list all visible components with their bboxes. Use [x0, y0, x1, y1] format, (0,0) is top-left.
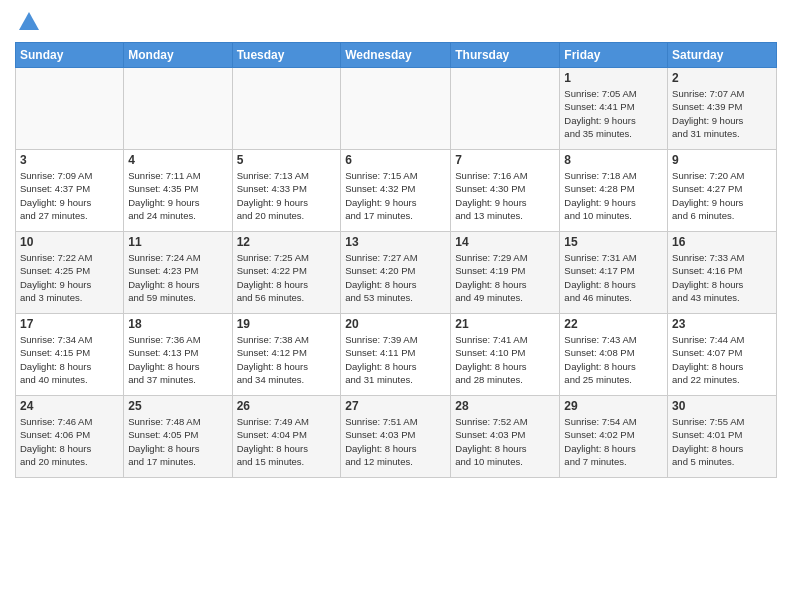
- calendar-day-21: 21Sunrise: 7:41 AM Sunset: 4:10 PM Dayli…: [451, 314, 560, 396]
- day-number: 6: [345, 153, 446, 167]
- day-number: 20: [345, 317, 446, 331]
- weekday-header-wednesday: Wednesday: [341, 43, 451, 68]
- svg-marker-0: [19, 12, 39, 30]
- day-number: 7: [455, 153, 555, 167]
- calendar-week-row: 1Sunrise: 7:05 AM Sunset: 4:41 PM Daylig…: [16, 68, 777, 150]
- day-info: Sunrise: 7:05 AM Sunset: 4:41 PM Dayligh…: [564, 87, 663, 140]
- day-number: 22: [564, 317, 663, 331]
- day-info: Sunrise: 7:20 AM Sunset: 4:27 PM Dayligh…: [672, 169, 772, 222]
- day-info: Sunrise: 7:46 AM Sunset: 4:06 PM Dayligh…: [20, 415, 119, 468]
- calendar-day-2: 2Sunrise: 7:07 AM Sunset: 4:39 PM Daylig…: [668, 68, 777, 150]
- day-number: 15: [564, 235, 663, 249]
- day-info: Sunrise: 7:48 AM Sunset: 4:05 PM Dayligh…: [128, 415, 227, 468]
- day-number: 3: [20, 153, 119, 167]
- calendar-day-24: 24Sunrise: 7:46 AM Sunset: 4:06 PM Dayli…: [16, 396, 124, 478]
- calendar-day-22: 22Sunrise: 7:43 AM Sunset: 4:08 PM Dayli…: [560, 314, 668, 396]
- calendar-week-row: 24Sunrise: 7:46 AM Sunset: 4:06 PM Dayli…: [16, 396, 777, 478]
- weekday-header-sunday: Sunday: [16, 43, 124, 68]
- calendar-week-row: 17Sunrise: 7:34 AM Sunset: 4:15 PM Dayli…: [16, 314, 777, 396]
- calendar-empty-cell: [341, 68, 451, 150]
- calendar-day-16: 16Sunrise: 7:33 AM Sunset: 4:16 PM Dayli…: [668, 232, 777, 314]
- calendar-day-20: 20Sunrise: 7:39 AM Sunset: 4:11 PM Dayli…: [341, 314, 451, 396]
- day-info: Sunrise: 7:07 AM Sunset: 4:39 PM Dayligh…: [672, 87, 772, 140]
- day-number: 21: [455, 317, 555, 331]
- logo-text-block: [15, 10, 41, 34]
- day-info: Sunrise: 7:36 AM Sunset: 4:13 PM Dayligh…: [128, 333, 227, 386]
- day-info: Sunrise: 7:31 AM Sunset: 4:17 PM Dayligh…: [564, 251, 663, 304]
- day-info: Sunrise: 7:24 AM Sunset: 4:23 PM Dayligh…: [128, 251, 227, 304]
- weekday-header-friday: Friday: [560, 43, 668, 68]
- calendar-day-30: 30Sunrise: 7:55 AM Sunset: 4:01 PM Dayli…: [668, 396, 777, 478]
- day-info: Sunrise: 7:09 AM Sunset: 4:37 PM Dayligh…: [20, 169, 119, 222]
- day-info: Sunrise: 7:52 AM Sunset: 4:03 PM Dayligh…: [455, 415, 555, 468]
- calendar-day-25: 25Sunrise: 7:48 AM Sunset: 4:05 PM Dayli…: [124, 396, 232, 478]
- day-number: 26: [237, 399, 337, 413]
- page-header: [15, 10, 777, 34]
- calendar-day-29: 29Sunrise: 7:54 AM Sunset: 4:02 PM Dayli…: [560, 396, 668, 478]
- calendar-table: SundayMondayTuesdayWednesdayThursdayFrid…: [15, 42, 777, 478]
- calendar-day-6: 6Sunrise: 7:15 AM Sunset: 4:32 PM Daylig…: [341, 150, 451, 232]
- day-number: 24: [20, 399, 119, 413]
- calendar-day-27: 27Sunrise: 7:51 AM Sunset: 4:03 PM Dayli…: [341, 396, 451, 478]
- day-info: Sunrise: 7:41 AM Sunset: 4:10 PM Dayligh…: [455, 333, 555, 386]
- day-number: 2: [672, 71, 772, 85]
- day-info: Sunrise: 7:16 AM Sunset: 4:30 PM Dayligh…: [455, 169, 555, 222]
- day-info: Sunrise: 7:43 AM Sunset: 4:08 PM Dayligh…: [564, 333, 663, 386]
- day-number: 23: [672, 317, 772, 331]
- page-container: SundayMondayTuesdayWednesdayThursdayFrid…: [0, 0, 792, 612]
- day-info: Sunrise: 7:25 AM Sunset: 4:22 PM Dayligh…: [237, 251, 337, 304]
- day-info: Sunrise: 7:54 AM Sunset: 4:02 PM Dayligh…: [564, 415, 663, 468]
- calendar-empty-cell: [232, 68, 341, 150]
- day-info: Sunrise: 7:51 AM Sunset: 4:03 PM Dayligh…: [345, 415, 446, 468]
- calendar-day-11: 11Sunrise: 7:24 AM Sunset: 4:23 PM Dayli…: [124, 232, 232, 314]
- calendar-day-7: 7Sunrise: 7:16 AM Sunset: 4:30 PM Daylig…: [451, 150, 560, 232]
- calendar-empty-cell: [124, 68, 232, 150]
- day-info: Sunrise: 7:38 AM Sunset: 4:12 PM Dayligh…: [237, 333, 337, 386]
- day-info: Sunrise: 7:15 AM Sunset: 4:32 PM Dayligh…: [345, 169, 446, 222]
- day-number: 30: [672, 399, 772, 413]
- calendar-day-23: 23Sunrise: 7:44 AM Sunset: 4:07 PM Dayli…: [668, 314, 777, 396]
- calendar-day-13: 13Sunrise: 7:27 AM Sunset: 4:20 PM Dayli…: [341, 232, 451, 314]
- calendar-day-1: 1Sunrise: 7:05 AM Sunset: 4:41 PM Daylig…: [560, 68, 668, 150]
- calendar-day-15: 15Sunrise: 7:31 AM Sunset: 4:17 PM Dayli…: [560, 232, 668, 314]
- day-info: Sunrise: 7:13 AM Sunset: 4:33 PM Dayligh…: [237, 169, 337, 222]
- day-number: 1: [564, 71, 663, 85]
- calendar-week-row: 3Sunrise: 7:09 AM Sunset: 4:37 PM Daylig…: [16, 150, 777, 232]
- day-number: 9: [672, 153, 772, 167]
- weekday-header-tuesday: Tuesday: [232, 43, 341, 68]
- calendar-week-row: 10Sunrise: 7:22 AM Sunset: 4:25 PM Dayli…: [16, 232, 777, 314]
- calendar-day-14: 14Sunrise: 7:29 AM Sunset: 4:19 PM Dayli…: [451, 232, 560, 314]
- calendar-day-19: 19Sunrise: 7:38 AM Sunset: 4:12 PM Dayli…: [232, 314, 341, 396]
- calendar-day-12: 12Sunrise: 7:25 AM Sunset: 4:22 PM Dayli…: [232, 232, 341, 314]
- day-number: 12: [237, 235, 337, 249]
- calendar-header-row: SundayMondayTuesdayWednesdayThursdayFrid…: [16, 43, 777, 68]
- calendar-day-28: 28Sunrise: 7:52 AM Sunset: 4:03 PM Dayli…: [451, 396, 560, 478]
- calendar-empty-cell: [451, 68, 560, 150]
- day-number: 27: [345, 399, 446, 413]
- calendar-day-5: 5Sunrise: 7:13 AM Sunset: 4:33 PM Daylig…: [232, 150, 341, 232]
- day-info: Sunrise: 7:22 AM Sunset: 4:25 PM Dayligh…: [20, 251, 119, 304]
- day-info: Sunrise: 7:34 AM Sunset: 4:15 PM Dayligh…: [20, 333, 119, 386]
- day-info: Sunrise: 7:33 AM Sunset: 4:16 PM Dayligh…: [672, 251, 772, 304]
- logo-icon: [17, 10, 41, 34]
- day-number: 17: [20, 317, 119, 331]
- day-info: Sunrise: 7:18 AM Sunset: 4:28 PM Dayligh…: [564, 169, 663, 222]
- calendar-day-4: 4Sunrise: 7:11 AM Sunset: 4:35 PM Daylig…: [124, 150, 232, 232]
- day-info: Sunrise: 7:39 AM Sunset: 4:11 PM Dayligh…: [345, 333, 446, 386]
- calendar-day-8: 8Sunrise: 7:18 AM Sunset: 4:28 PM Daylig…: [560, 150, 668, 232]
- calendar-day-18: 18Sunrise: 7:36 AM Sunset: 4:13 PM Dayli…: [124, 314, 232, 396]
- day-info: Sunrise: 7:49 AM Sunset: 4:04 PM Dayligh…: [237, 415, 337, 468]
- calendar-day-3: 3Sunrise: 7:09 AM Sunset: 4:37 PM Daylig…: [16, 150, 124, 232]
- day-number: 28: [455, 399, 555, 413]
- day-number: 19: [237, 317, 337, 331]
- calendar-empty-cell: [16, 68, 124, 150]
- day-number: 8: [564, 153, 663, 167]
- logo: [15, 10, 41, 34]
- day-number: 29: [564, 399, 663, 413]
- weekday-header-monday: Monday: [124, 43, 232, 68]
- day-info: Sunrise: 7:27 AM Sunset: 4:20 PM Dayligh…: [345, 251, 446, 304]
- day-info: Sunrise: 7:11 AM Sunset: 4:35 PM Dayligh…: [128, 169, 227, 222]
- day-info: Sunrise: 7:29 AM Sunset: 4:19 PM Dayligh…: [455, 251, 555, 304]
- day-number: 5: [237, 153, 337, 167]
- day-number: 13: [345, 235, 446, 249]
